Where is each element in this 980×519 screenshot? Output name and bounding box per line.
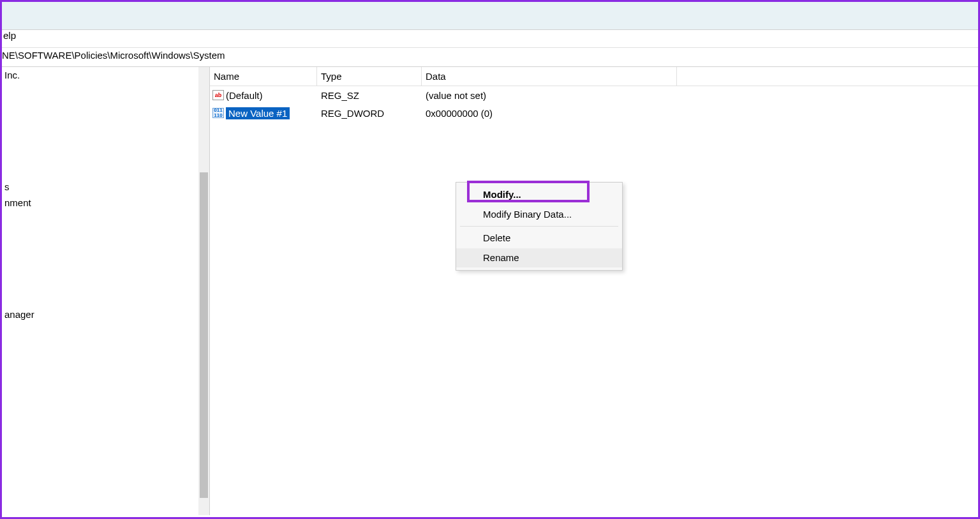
value-name: New Value #1 bbox=[226, 107, 290, 119]
tree-item[interactable]: Inc. bbox=[2, 67, 209, 83]
value-data: (value not set) bbox=[422, 90, 677, 101]
column-headers: Name Type Data bbox=[210, 67, 978, 86]
col-header-data[interactable]: Data bbox=[422, 67, 677, 86]
value-name: (Default) bbox=[226, 90, 263, 101]
values-list: ab (Default) REG_SZ (value not set) 0111… bbox=[210, 86, 978, 122]
value-row[interactable]: ab (Default) REG_SZ (value not set) bbox=[210, 86, 978, 104]
values-pane: Name Type Data ab (Default) REG_SZ (valu… bbox=[210, 67, 978, 515]
col-header-name[interactable]: Name bbox=[210, 67, 317, 86]
tree-item[interactable]: s bbox=[2, 179, 209, 195]
ctx-rename[interactable]: Rename bbox=[456, 248, 622, 268]
string-value-icon: ab bbox=[212, 90, 224, 100]
ctx-separator bbox=[460, 226, 618, 227]
ctx-delete[interactable]: Delete bbox=[456, 229, 622, 248]
ctx-modify[interactable]: Modify... bbox=[456, 185, 622, 205]
menubar: elp bbox=[2, 30, 978, 48]
scroll-thumb[interactable] bbox=[200, 172, 208, 498]
dword-value-icon: 011110 bbox=[212, 108, 224, 118]
tree-scrollbar[interactable] bbox=[198, 67, 209, 515]
menu-help[interactable]: elp bbox=[2, 30, 16, 41]
context-menu: Modify... Modify Binary Data... Delete R… bbox=[456, 182, 623, 271]
tree-pane: Inc. s nment anager bbox=[2, 67, 210, 515]
address-bar[interactable]: NE\SOFTWARE\Policies\Microsoft\Windows\S… bbox=[2, 48, 978, 67]
value-type: REG_DWORD bbox=[317, 108, 422, 119]
value-data: 0x00000000 (0) bbox=[422, 108, 677, 119]
content-area: Inc. s nment anager Name Type Data ab (D… bbox=[2, 67, 978, 515]
value-type: REG_SZ bbox=[317, 90, 422, 101]
tree-item[interactable]: nment bbox=[2, 195, 209, 211]
titlebar bbox=[2, 2, 978, 30]
col-header-type[interactable]: Type bbox=[317, 67, 422, 86]
tree-item[interactable]: anager bbox=[2, 306, 209, 322]
value-row[interactable]: 011110 New Value #1 REG_DWORD 0x00000000… bbox=[210, 104, 978, 122]
address-path: NE\SOFTWARE\Policies\Microsoft\Windows\S… bbox=[2, 50, 225, 61]
ctx-modify-binary[interactable]: Modify Binary Data... bbox=[456, 205, 622, 225]
